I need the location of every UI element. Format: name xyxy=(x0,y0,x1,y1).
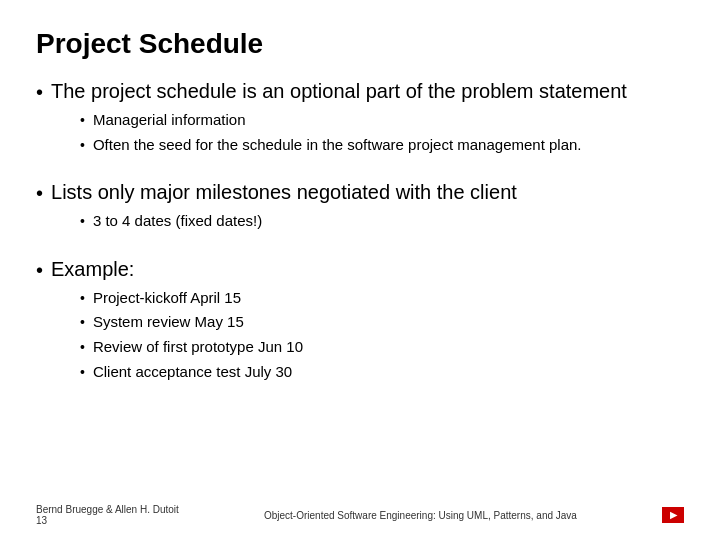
sub-bullets-1: • Managerial information • Often the see… xyxy=(80,109,684,155)
main-bullet-3-text: Example: xyxy=(51,256,134,282)
sub-bullet-3-0: • Project-kickoff April 15 xyxy=(80,287,684,309)
sub-bullets-3: • Project-kickoff April 15 • System revi… xyxy=(80,287,684,382)
footer: Bernd Bruegge & Allen H. Dutoit 13 Objec… xyxy=(36,504,684,526)
main-bullet-2-text: Lists only major milestones negotiated w… xyxy=(51,179,517,205)
slide-content: • The project schedule is an optional pa… xyxy=(36,78,684,520)
page-icon: ▶ xyxy=(670,510,677,520)
sub-bullet-2-0: • 3 to 4 dates (fixed dates!) xyxy=(80,210,684,232)
section-3: • Example: • Project-kickoff April 15 • … xyxy=(36,256,684,390)
sub-bullet-3-3: • Client acceptance test July 30 xyxy=(80,361,684,383)
sub-bullet-3-1: • System review May 15 xyxy=(80,311,684,333)
footer-page-number: 13 xyxy=(36,515,179,526)
sub-dot-3-0: • xyxy=(80,289,85,309)
sub-text-2-0: 3 to 4 dates (fixed dates!) xyxy=(93,210,262,231)
footer-page-indicator: ▶ xyxy=(662,507,684,523)
sub-text-3-3: Client acceptance test July 30 xyxy=(93,361,292,382)
main-bullet-2: • Lists only major milestones negotiated… xyxy=(36,179,684,206)
bullet-dot-3: • xyxy=(36,257,43,283)
sub-dot-1-0: • xyxy=(80,111,85,131)
main-bullet-3: • Example: xyxy=(36,256,684,283)
section-2: • Lists only major milestones negotiated… xyxy=(36,179,684,240)
bullet-dot-1: • xyxy=(36,79,43,105)
sub-text-1-0: Managerial information xyxy=(93,109,246,130)
sub-text-3-2: Review of first prototype Jun 10 xyxy=(93,336,303,357)
slide: Project Schedule • The project schedule … xyxy=(0,0,720,540)
sub-dot-3-3: • xyxy=(80,363,85,383)
main-bullet-1-text: The project schedule is an optional part… xyxy=(51,78,627,104)
footer-left: Bernd Bruegge & Allen H. Dutoit 13 xyxy=(36,504,179,526)
sub-dot-3-1: • xyxy=(80,313,85,333)
sub-dot-2-0: • xyxy=(80,212,85,232)
footer-author: Bernd Bruegge & Allen H. Dutoit xyxy=(36,504,179,515)
sub-text-1-1: Often the seed for the schedule in the s… xyxy=(93,134,582,155)
sub-bullet-1-1: • Often the seed for the schedule in the… xyxy=(80,134,684,156)
sub-bullets-2: • 3 to 4 dates (fixed dates!) xyxy=(80,210,684,232)
footer-center: Object-Oriented Software Engineering: Us… xyxy=(199,510,642,521)
main-bullet-1: • The project schedule is an optional pa… xyxy=(36,78,684,105)
sub-bullet-3-2: • Review of first prototype Jun 10 xyxy=(80,336,684,358)
section-1: • The project schedule is an optional pa… xyxy=(36,78,684,163)
sub-dot-1-1: • xyxy=(80,136,85,156)
slide-title: Project Schedule xyxy=(36,28,684,60)
sub-bullet-1-0: • Managerial information xyxy=(80,109,684,131)
sub-dot-3-2: • xyxy=(80,338,85,358)
sub-text-3-1: System review May 15 xyxy=(93,311,244,332)
sub-text-3-0: Project-kickoff April 15 xyxy=(93,287,241,308)
bullet-dot-2: • xyxy=(36,180,43,206)
